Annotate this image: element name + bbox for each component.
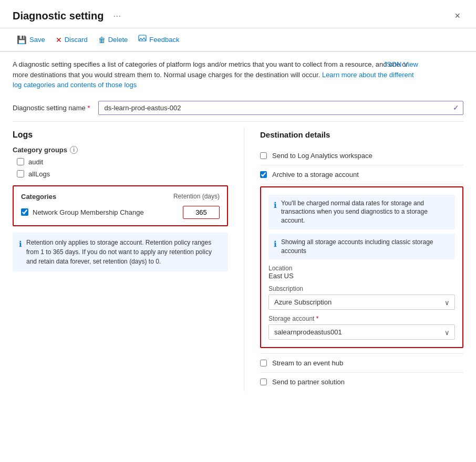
log-analytics-label: Send to Log Analytics workspace	[272, 152, 372, 160]
json-view-link[interactable]: JSON View	[384, 59, 418, 70]
network-group-label: Network Group Membership Change	[33, 208, 179, 216]
panel-options-dots[interactable]: ···	[113, 10, 121, 22]
description-section: A diagnostic setting specifies a list of…	[0, 52, 431, 96]
location-label: Location	[268, 265, 455, 272]
categories-label: Categories	[21, 193, 56, 201]
discard-label: Discard	[65, 36, 88, 44]
two-col-layout: Logs Category groups i audit allLogs Cat…	[0, 122, 476, 392]
panel-header: Diagnostic setting ··· ×	[0, 0, 476, 28]
retention-info-box: ℹ Retention only applies to storage acco…	[13, 233, 228, 271]
location-value: East US	[268, 272, 455, 280]
panel-title: Diagnostic setting	[13, 10, 104, 22]
diag-name-required: *	[87, 104, 90, 112]
subscription-label: Subscription	[268, 285, 455, 292]
event-hub-label: Stream to an event hub	[272, 359, 343, 367]
partner-solution-checkbox[interactable]	[260, 379, 267, 385]
event-hub-row: Stream to an event hub	[260, 353, 463, 373]
close-button[interactable]: ×	[451, 9, 463, 23]
discard-icon: ✕	[56, 36, 62, 44]
archive-storage-checkbox[interactable]	[260, 171, 267, 178]
save-button[interactable]: 💾 Save	[13, 33, 49, 47]
feedback-icon	[138, 35, 147, 45]
archive-storage-label: Archive to a storage account	[272, 171, 359, 178]
diag-name-row: Diagnostic setting name * ✓	[0, 96, 476, 121]
partner-solution-label: Send to partner solution	[272, 378, 345, 386]
category-groups-info-icon[interactable]: i	[70, 146, 78, 154]
delete-button[interactable]: 🗑 Delete	[94, 34, 132, 46]
storage-accounts-info-text: Showing all storage accounts including c…	[281, 238, 450, 256]
archive-storage-row: Archive to a storage account	[260, 165, 463, 184]
network-group-checkbox[interactable]	[21, 208, 28, 216]
destination-section-title: Destination details	[260, 130, 463, 139]
diag-name-input[interactable]	[98, 101, 463, 115]
save-label: Save	[29, 36, 45, 44]
logs-section: Logs Category groups i audit allLogs Cat…	[13, 127, 244, 392]
subscription-dropdown[interactable]: Azure Subscription	[268, 295, 455, 310]
network-group-category-row: Network Group Membership Change	[21, 206, 220, 219]
allLogs-checkbox[interactable]	[17, 170, 24, 177]
storage-info-icon: ℹ	[274, 238, 277, 249]
diag-name-label: Diagnostic setting name *	[13, 104, 90, 112]
diagnostic-setting-panel: Diagnostic setting ··· × 💾 Save ✕ Discar…	[0, 0, 476, 462]
retention-days-label: Retention (days)	[173, 193, 220, 200]
diag-name-input-wrap: ✓	[98, 101, 463, 115]
logs-section-title: Logs	[13, 130, 228, 140]
title-row: Diagnostic setting ···	[13, 10, 121, 22]
allLogs-checkbox-row: allLogs	[17, 170, 228, 178]
charge-info-box: ℹ You'll be charged normal data rates fo…	[268, 195, 455, 229]
location-row: Location East US	[268, 265, 455, 280]
feedback-button[interactable]: Feedback	[134, 33, 183, 47]
charge-info-text: You'll be charged normal data rates for …	[281, 199, 450, 225]
categories-box: Categories Retention (days) Network Grou…	[13, 185, 228, 226]
audit-label: audit	[28, 158, 43, 166]
delete-label: Delete	[108, 36, 128, 44]
storage-account-label: Storage account *	[268, 315, 455, 322]
charge-info-icon: ℹ	[274, 200, 277, 211]
log-analytics-checkbox[interactable]	[260, 152, 267, 159]
description-text: A diagnostic setting specifies a list of…	[13, 60, 414, 89]
log-analytics-row: Send to Log Analytics workspace	[260, 146, 463, 165]
category-groups-title: Category groups i	[13, 146, 228, 154]
storage-details-box: ℹ You'll be charged normal data rates fo…	[260, 186, 463, 349]
audit-checkbox-row: audit	[17, 158, 228, 166]
feedback-label: Feedback	[149, 36, 179, 44]
learn-more-link[interactable]: Learn more about the different log categ…	[13, 71, 414, 89]
storage-accounts-info-box: ℹ Showing all storage accounts including…	[268, 234, 455, 260]
info-icon: ℹ	[19, 238, 22, 250]
check-icon: ✓	[453, 103, 459, 112]
delete-icon: 🗑	[98, 36, 106, 44]
storage-account-required: *	[316, 315, 319, 322]
partner-solution-row: Send to partner solution	[260, 373, 463, 391]
destination-section: Destination details Send to Log Analytic…	[244, 127, 463, 392]
retention-input[interactable]	[183, 206, 220, 219]
storage-account-dropdown[interactable]: salearnprodeastus001	[268, 324, 455, 340]
toolbar: 💾 Save ✕ Discard 🗑 Delete Feedback	[0, 28, 476, 51]
subscription-dropdown-wrap: Azure Subscription ∨	[268, 295, 455, 310]
categories-header: Categories Retention (days)	[21, 193, 220, 201]
audit-checkbox[interactable]	[17, 158, 24, 165]
discard-button[interactable]: ✕ Discard	[51, 34, 92, 46]
allLogs-label: allLogs	[28, 170, 50, 178]
save-icon: 💾	[17, 35, 27, 45]
event-hub-checkbox[interactable]	[260, 360, 267, 366]
storage-account-dropdown-wrap: salearnprodeastus001 ∨	[268, 324, 455, 340]
retention-info-text: Retention only applies to storage accoun…	[26, 238, 222, 266]
